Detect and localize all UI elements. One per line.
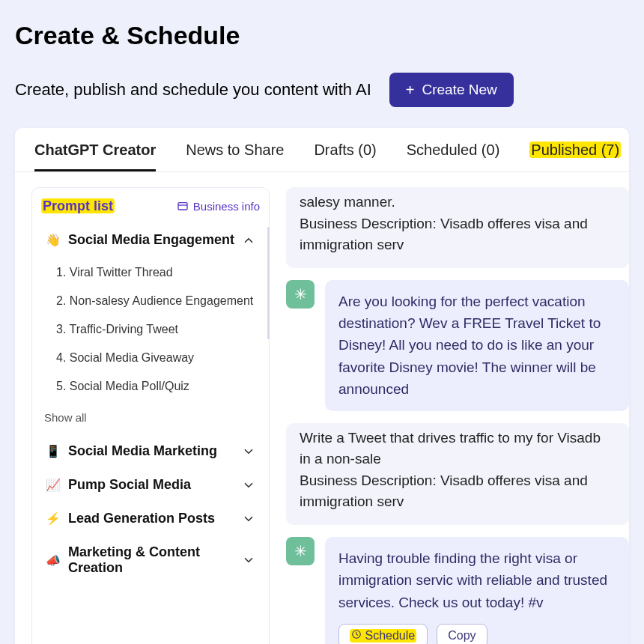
tab-published-label: Published (7) <box>529 142 621 158</box>
user-text-line: Write a Tweet that drives traffic to my … <box>300 428 616 470</box>
prompt-item[interactable]: 1. Viral Twitter Thread <box>53 258 260 287</box>
page-title: Create & Schedule <box>15 21 629 50</box>
tabs: ChatGPT Creator News to Share Drafts (0)… <box>15 128 629 172</box>
chevron-down-icon <box>242 512 255 526</box>
category-social-media-engagement[interactable]: 👋 Social Media Engagement <box>41 223 260 257</box>
tab-news-to-share[interactable]: News to Share <box>186 142 284 171</box>
ai-message: Are you looking for the perfect vacation… <box>286 280 629 411</box>
user-text-line: Business Description: Visadb offeres vis… <box>300 470 616 513</box>
prompt-item[interactable]: 3. Traffic-Driving Tweet <box>53 315 260 344</box>
openai-icon <box>286 537 315 565</box>
tab-published[interactable]: Published (7) <box>529 142 621 171</box>
category-label: Marketing & Content Creation <box>68 544 242 576</box>
prompt-list-sidebar: Prompt list Business info 👋 Social Media… <box>31 187 270 644</box>
business-info-link[interactable]: Business info <box>177 200 260 213</box>
user-text-line: Business Description: Visadb offeres vis… <box>300 213 616 256</box>
category-social-media-marketing[interactable]: 📱 Social Media Marketing <box>41 434 260 468</box>
chevron-down-icon <box>242 479 255 492</box>
create-new-label: Create New <box>422 82 496 98</box>
schedule-button[interactable]: Schedule <box>338 624 428 644</box>
chat-column: salesy manner. Business Description: Vis… <box>286 187 629 644</box>
prompt-item[interactable]: 4. Social Media Giveaway <box>53 344 260 372</box>
tab-drafts[interactable]: Drafts (0) <box>314 142 376 171</box>
show-all-link[interactable]: Show all <box>41 407 260 434</box>
tab-scheduled[interactable]: Scheduled (0) <box>407 142 500 171</box>
business-info-icon <box>177 201 189 213</box>
prompt-item[interactable]: 5. Social Media Poll/Quiz <box>53 372 260 401</box>
openai-icon <box>286 280 315 309</box>
chevron-up-icon <box>242 234 255 247</box>
chart-icon: 📈 <box>46 478 61 492</box>
ai-text: Are you looking for the perfect vacation… <box>325 280 629 411</box>
category-lead-generation[interactable]: ⚡ Lead Generation Posts <box>41 502 260 535</box>
user-message: Write a Tweet that drives traffic to my … <box>286 423 629 525</box>
user-text-line: salesy manner. <box>300 192 616 213</box>
copy-label: Copy <box>448 629 476 643</box>
phone-icon: 📱 <box>46 444 61 458</box>
clock-icon <box>351 629 362 643</box>
svg-rect-0 <box>178 202 187 209</box>
category-pump-social-media[interactable]: 📈 Pump Social Media <box>41 468 260 502</box>
page-subtitle: Create, publish and schedule you content… <box>15 80 371 100</box>
megaphone-icon: 📣 <box>46 553 61 568</box>
user-message: salesy manner. Business Description: Vis… <box>286 187 629 268</box>
wave-icon: 👋 <box>46 233 61 247</box>
category-marketing-content[interactable]: 📣 Marketing & Content Creation <box>41 535 260 585</box>
category-label: Lead Generation Posts <box>68 511 215 526</box>
plus-icon: + <box>406 82 415 97</box>
ai-text: Having trouble finding the right visa or… <box>338 547 616 613</box>
bolt-icon: ⚡ <box>46 511 61 526</box>
chevron-down-icon <box>242 445 255 458</box>
category-label: Social Media Marketing <box>68 443 217 459</box>
prompt-item[interactable]: 2. Non-salesy Audience Engagement <box>53 287 260 315</box>
tab-chatgpt-creator[interactable]: ChatGPT Creator <box>34 142 156 171</box>
category-label: Social Media Engagement <box>68 232 234 248</box>
chevron-down-icon <box>242 553 255 567</box>
copy-button[interactable]: Copy <box>437 624 487 644</box>
create-new-button[interactable]: + Create New <box>389 73 514 107</box>
ai-message: Having trouble finding the right visa or… <box>286 537 629 644</box>
schedule-label: Schedule <box>365 629 415 642</box>
business-info-label: Business info <box>193 200 260 213</box>
category-label: Pump Social Media <box>68 477 191 493</box>
prompt-list-title: Prompt list <box>41 198 115 214</box>
